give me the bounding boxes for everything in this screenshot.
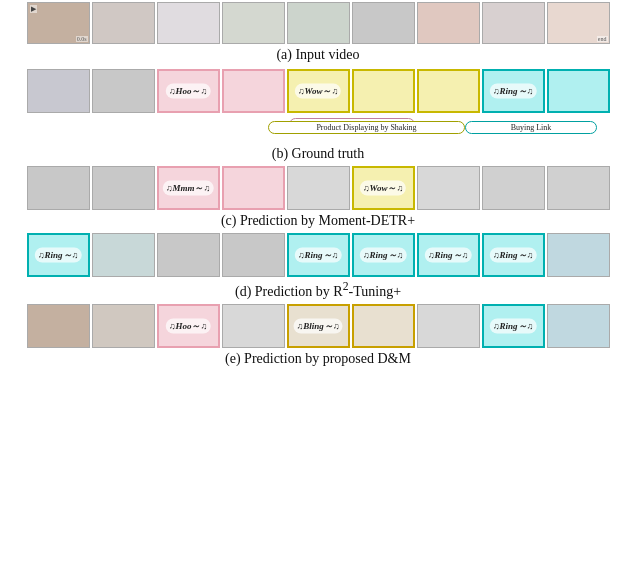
frame-r2-8 bbox=[547, 233, 610, 277]
frame-dm-5 bbox=[352, 304, 415, 348]
frame-dm-6 bbox=[417, 304, 480, 348]
caption-b: (b) Ground truth bbox=[272, 146, 365, 162]
frame-r2-6: ♫Ring～♫ bbox=[417, 233, 480, 277]
frame-gt-2: ♫Hoo～♫ bbox=[157, 69, 220, 113]
music-label-ring-r2-7: ♫Ring～♫ bbox=[490, 248, 537, 263]
frame-gt-1 bbox=[92, 69, 155, 113]
frame-md-5: ♫Wow～♫ bbox=[352, 166, 415, 210]
frame-gt-5 bbox=[352, 69, 415, 113]
section-input: ▶ 0.0s end (a) Input video bbox=[4, 2, 632, 65]
frame-md-4 bbox=[287, 166, 350, 210]
frame-md-7 bbox=[482, 166, 545, 210]
frame-dm-8 bbox=[547, 304, 610, 348]
frame bbox=[92, 2, 155, 44]
frame-gt-4: ♫Wow～♫ bbox=[287, 69, 350, 113]
frame: end bbox=[547, 2, 610, 44]
frame-md-2: ♫Mmm～♫ bbox=[157, 166, 220, 210]
frame-r2-1 bbox=[92, 233, 155, 277]
frame-md-8 bbox=[547, 166, 610, 210]
frame-md-0 bbox=[27, 166, 90, 210]
frame-dm-2: ♫Hoo～♫ bbox=[157, 304, 220, 348]
frame-dm-3 bbox=[222, 304, 285, 348]
frame-r2-5: ♫Ring～♫ bbox=[352, 233, 415, 277]
frame bbox=[482, 2, 545, 44]
frame-gt-0 bbox=[27, 69, 90, 113]
music-label-ring-dm: ♫Ring～♫ bbox=[490, 318, 537, 333]
music-label-mmm: ♫Mmm～♫ bbox=[163, 181, 214, 196]
frame-dm-1 bbox=[92, 304, 155, 348]
caption-a: (a) Input video bbox=[276, 47, 359, 63]
music-label-hoo: ♫Hoo～♫ bbox=[166, 84, 211, 99]
frame-r2-3 bbox=[222, 233, 285, 277]
section-proposed: ♫Hoo～♫ ♫Bling～♫ ♫Ring～♫ (e) Prediction b… bbox=[4, 304, 632, 369]
frame bbox=[222, 2, 285, 44]
row-ground-truth: ♫Hoo～♫ ♫Wow～♫ ♫Ring～♫ bbox=[27, 69, 610, 113]
music-label-hoo-dm: ♫Hoo～♫ bbox=[166, 318, 211, 333]
music-label-ring-r2-5: ♫Ring～♫ bbox=[360, 248, 407, 263]
row-r2tuning: ♫Ring～♫ ♫Ring～♫ ♫Ring～♫ ♫Ring～♫ ♫Ring～♫ bbox=[27, 233, 610, 277]
row-input: ▶ 0.0s end bbox=[27, 2, 610, 44]
frame-gt-6 bbox=[417, 69, 480, 113]
frame bbox=[417, 2, 480, 44]
frame-gt-3 bbox=[222, 69, 285, 113]
frame-r2-4: ♫Ring～♫ bbox=[287, 233, 350, 277]
superscript-2: 2 bbox=[343, 280, 349, 293]
row-moment-detr: ♫Mmm～♫ ♫Wow～♫ bbox=[27, 166, 610, 210]
row-proposed: ♫Hoo～♫ ♫Bling～♫ ♫Ring～♫ bbox=[27, 304, 610, 348]
music-label-ring-gt: ♫Ring～♫ bbox=[490, 84, 537, 99]
music-label-ring-r2-0: ♫Ring～♫ bbox=[35, 248, 82, 263]
section-ground-truth: ♫Hoo～♫ ♫Wow～♫ ♫Ring～♫ S bbox=[4, 69, 632, 164]
frame-dm-4: ♫Bling～♫ bbox=[287, 304, 350, 348]
frame-md-1 bbox=[92, 166, 155, 210]
frame-dm-7: ♫Ring～♫ bbox=[482, 304, 545, 348]
section-r2tuning: ♫Ring～♫ ♫Ring～♫ ♫Ring～♫ ♫Ring～♫ ♫Ring～♫ … bbox=[4, 233, 632, 302]
caption-c: (c) Prediction by Moment-DETR+ bbox=[221, 213, 415, 229]
frame: ▶ 0.0s bbox=[27, 2, 90, 44]
music-label-ring-r2-4: ♫Ring～♫ bbox=[295, 248, 342, 263]
music-label-bling-dm: ♫Bling～♫ bbox=[293, 318, 342, 333]
music-label-ring-r2-6: ♫Ring～♫ bbox=[425, 248, 472, 263]
frame bbox=[287, 2, 350, 44]
frame-gt-8 bbox=[547, 69, 610, 113]
music-label-wow-md: ♫Wow～♫ bbox=[360, 181, 406, 196]
label-scene-switching: Scene Switching bbox=[289, 118, 415, 131]
music-label-wow-gt: ♫Wow～♫ bbox=[295, 84, 341, 99]
frame bbox=[157, 2, 220, 44]
frame-md-3 bbox=[222, 166, 285, 210]
frame-dm-0 bbox=[27, 304, 90, 348]
caption-d: (d) Prediction by R2-Tuning+ bbox=[235, 280, 401, 300]
frame-r2-2 bbox=[157, 233, 220, 277]
frame-r2-7: ♫Ring～♫ bbox=[482, 233, 545, 277]
frame-md-6 bbox=[417, 166, 480, 210]
caption-e: (e) Prediction by proposed D&M bbox=[225, 351, 411, 367]
frame-gt-7: ♫Ring～♫ bbox=[482, 69, 545, 113]
frame bbox=[352, 2, 415, 44]
section-moment-detr: ♫Mmm～♫ ♫Wow～♫ (c) Prediction by Moment-D… bbox=[4, 166, 632, 231]
frame-r2-0: ♫Ring～♫ bbox=[27, 233, 90, 277]
